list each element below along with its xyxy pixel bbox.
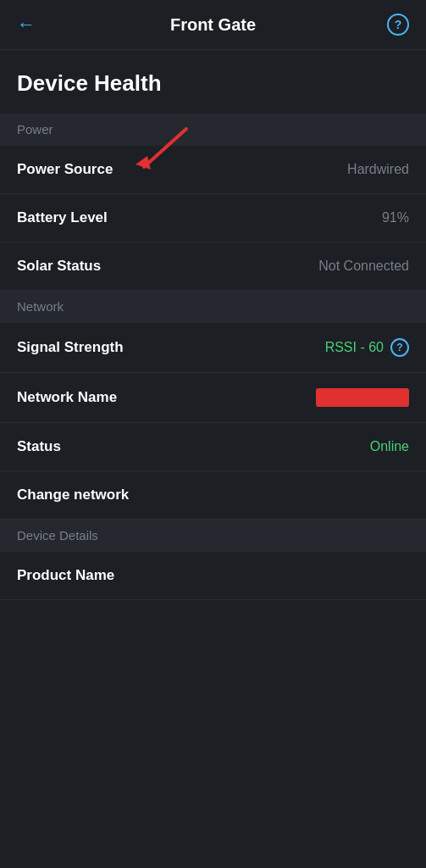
status-row: Status Online bbox=[0, 423, 426, 471]
network-section-header: Network bbox=[0, 291, 426, 323]
signal-strength-label: Signal Strength bbox=[17, 339, 124, 356]
help-icon-button[interactable]: ? bbox=[387, 14, 409, 36]
header-title: Front Gate bbox=[170, 15, 256, 35]
page-title-section: Device Health bbox=[0, 50, 426, 114]
solar-status-label: Solar Status bbox=[17, 258, 101, 275]
rssi-value: RSSI - 60 bbox=[325, 340, 384, 355]
battery-level-row: Battery Level 91% bbox=[0, 194, 426, 242]
power-source-row: Power Source Hardwired bbox=[0, 146, 426, 194]
solar-status-row: Solar Status Not Connected bbox=[0, 242, 426, 291]
help-button-container: ? bbox=[382, 14, 409, 36]
power-source-label: Power Source bbox=[17, 161, 113, 178]
status-value: Online bbox=[370, 439, 409, 454]
rssi-help-icon[interactable]: ? bbox=[390, 338, 409, 357]
signal-strength-value-container: RSSI - 60 ? bbox=[325, 338, 409, 357]
svg-marker-1 bbox=[136, 156, 151, 170]
status-label: Status bbox=[17, 438, 61, 455]
power-source-value: Hardwired bbox=[347, 162, 409, 177]
product-name-label: Product Name bbox=[17, 567, 114, 584]
network-section-label: Network bbox=[17, 299, 64, 314]
page-title: Device Health bbox=[17, 70, 409, 97]
back-button[interactable]: ← bbox=[17, 14, 44, 36]
network-name-row: Network Name bbox=[0, 373, 426, 423]
device-details-section-header: Device Details bbox=[0, 520, 426, 552]
power-section-label: Power bbox=[17, 122, 53, 136]
network-name-label: Network Name bbox=[17, 389, 117, 406]
battery-level-label: Battery Level bbox=[17, 209, 108, 226]
change-network-label: Change network bbox=[17, 487, 129, 504]
network-name-redacted bbox=[316, 388, 409, 407]
change-network-row[interactable]: Change network bbox=[0, 471, 426, 520]
device-details-section-label: Device Details bbox=[17, 528, 98, 542]
signal-strength-row: Signal Strength RSSI - 60 ? bbox=[0, 323, 426, 373]
battery-level-value: 91% bbox=[382, 210, 409, 225]
power-section-header: Power bbox=[0, 114, 426, 146]
solar-status-value: Not Connected bbox=[318, 259, 409, 274]
product-name-row: Product Name bbox=[0, 552, 426, 600]
app-header: ← Front Gate ? bbox=[0, 0, 426, 50]
